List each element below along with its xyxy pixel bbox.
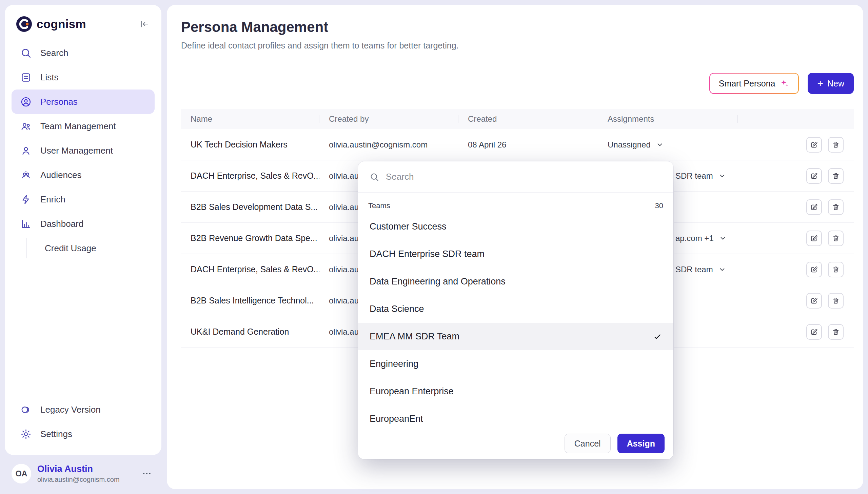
team-icon bbox=[20, 121, 32, 132]
assign-popover: Teams 30 Customer Success DACH Enterpris… bbox=[358, 162, 673, 459]
brand: cognism bbox=[16, 16, 86, 32]
persona-name: UK Tech Decision Makers bbox=[181, 140, 320, 150]
sidebar-item-label: Personas bbox=[40, 97, 78, 107]
assignment-dropdown[interactable]: Unassigned bbox=[598, 140, 738, 150]
teams-list: Customer Success DACH Enterprise SDR tea… bbox=[358, 213, 673, 433]
persona-name: B2B Sales Intelligence Technol... bbox=[181, 296, 320, 305]
cancel-button[interactable]: Cancel bbox=[564, 434, 611, 453]
sidebar-item-label: Credit Usage bbox=[45, 243, 96, 253]
assignment-label: SDR team bbox=[675, 171, 713, 181]
row-actions bbox=[738, 231, 854, 246]
sidebar-item-audiences[interactable]: Audiences bbox=[12, 163, 155, 187]
legacy-version-icon bbox=[20, 404, 32, 415]
brand-name: cognism bbox=[37, 17, 86, 31]
sparkles-icon bbox=[780, 79, 789, 88]
check-icon bbox=[653, 332, 662, 341]
team-option-label: Data Science bbox=[370, 304, 424, 314]
team-option-label: Customer Success bbox=[370, 222, 446, 232]
sidebar-item-legacy-version[interactable]: Legacy Version bbox=[12, 397, 155, 422]
lists-icon bbox=[20, 72, 32, 83]
sidebar-item-dashboard[interactable]: Dashboard bbox=[12, 212, 155, 236]
delete-button[interactable] bbox=[828, 200, 844, 215]
sidebar-item-label: Lists bbox=[40, 72, 58, 83]
sidebar-item-user-management[interactable]: User Management bbox=[12, 138, 155, 163]
sidebar-item-settings[interactable]: Settings bbox=[12, 422, 155, 446]
delete-button[interactable] bbox=[828, 262, 844, 277]
team-option[interactable]: Data Science bbox=[358, 295, 673, 323]
assignment-label: Unassigned bbox=[607, 140, 651, 150]
sidebar-item-label: Settings bbox=[40, 429, 72, 439]
persona-name: B2B Sales Development Data S... bbox=[181, 202, 320, 212]
team-search-input[interactable] bbox=[386, 172, 662, 182]
popover-footer: Cancel Assign bbox=[358, 428, 673, 459]
assign-button[interactable]: Assign bbox=[617, 434, 664, 453]
chevron-down-icon bbox=[719, 235, 727, 242]
row-actions bbox=[738, 168, 854, 184]
chevron-down-icon bbox=[656, 141, 663, 149]
team-option[interactable]: Engineering bbox=[358, 350, 673, 378]
sidebar-item-label: Search bbox=[40, 48, 68, 58]
assignment-label: SDR team bbox=[675, 265, 713, 274]
teams-count: 30 bbox=[655, 202, 663, 210]
popover-search-bar bbox=[358, 162, 673, 193]
smart-persona-label: Smart Persona bbox=[719, 79, 775, 89]
sidebar-item-lists[interactable]: Lists bbox=[12, 65, 155, 90]
user-menu-button[interactable] bbox=[139, 466, 155, 481]
cognism-logo-icon bbox=[16, 16, 32, 32]
sidebar-item-enrich[interactable]: Enrich bbox=[12, 187, 155, 212]
edit-button[interactable] bbox=[806, 137, 822, 153]
collapse-sidebar-button[interactable] bbox=[138, 17, 151, 31]
new-button-label: New bbox=[827, 79, 844, 89]
delete-button[interactable] bbox=[828, 137, 844, 153]
persona-name: B2B Revenue Growth Data Spe... bbox=[181, 233, 320, 243]
team-option-label: Data Engineering and Operations bbox=[370, 276, 505, 287]
edit-button[interactable] bbox=[806, 168, 822, 184]
created-date: 08 April 26 bbox=[458, 140, 598, 150]
row-actions bbox=[738, 137, 854, 153]
sidebar-item-personas[interactable]: Personas bbox=[12, 90, 155, 114]
avatar: OA bbox=[12, 464, 31, 483]
sidebar-bottom-nav: Legacy Version Settings bbox=[12, 397, 155, 446]
sidebar-item-label: Dashboard bbox=[40, 219, 83, 229]
delete-button[interactable] bbox=[828, 231, 844, 246]
edit-button[interactable] bbox=[806, 324, 822, 340]
assignment-label: ap.com +1 bbox=[675, 234, 714, 243]
column-header-created: Created bbox=[458, 109, 598, 129]
audiences-icon bbox=[20, 170, 32, 181]
sidebar-item-credit-usage[interactable]: Credit Usage bbox=[12, 236, 155, 260]
sidebar-item-label: Legacy Version bbox=[40, 404, 101, 415]
created-by: olivia.austin@cognism.com bbox=[320, 140, 458, 150]
group-divider bbox=[397, 206, 649, 206]
page-title: Persona Management bbox=[181, 19, 854, 35]
sidebar-item-label: Audiences bbox=[40, 170, 81, 180]
gear-icon bbox=[20, 429, 32, 440]
team-option[interactable]: European Enterprise bbox=[358, 378, 673, 405]
sidebar-item-label: User Management bbox=[40, 146, 113, 156]
personas-icon bbox=[20, 96, 32, 108]
new-button[interactable]: + New bbox=[808, 73, 854, 94]
smart-persona-button-border: Smart Persona bbox=[709, 73, 799, 94]
page-subtitle: Define ideal contact profiles and assign… bbox=[181, 41, 854, 51]
edit-button[interactable] bbox=[806, 231, 822, 246]
team-option[interactable]: Data Engineering and Operations bbox=[358, 268, 673, 295]
delete-button[interactable] bbox=[828, 293, 844, 308]
sidebar-item-team-management[interactable]: Team Management bbox=[12, 114, 155, 138]
team-option-selected[interactable]: EMEA MM SDR Team bbox=[358, 323, 673, 350]
team-option[interactable]: Customer Success bbox=[358, 213, 673, 241]
toolbar: Smart Persona + New bbox=[181, 73, 854, 94]
row-actions bbox=[738, 293, 854, 308]
delete-button[interactable] bbox=[828, 168, 844, 184]
search-icon bbox=[370, 172, 379, 182]
team-option-label: EMEA MM SDR Team bbox=[370, 331, 459, 342]
sidebar-item-search[interactable]: Search bbox=[12, 41, 155, 65]
enrich-bolt-icon bbox=[20, 194, 32, 205]
edit-button[interactable] bbox=[806, 262, 822, 277]
column-header-assignments: Assignments bbox=[598, 109, 738, 129]
user-area: OA Olivia Austin olivia.austin@cognism.c… bbox=[5, 458, 161, 490]
edit-button[interactable] bbox=[806, 200, 822, 215]
smart-persona-button[interactable]: Smart Persona bbox=[710, 74, 798, 93]
team-option-label: DACH Enterprise SDR team bbox=[370, 249, 484, 259]
edit-button[interactable] bbox=[806, 293, 822, 308]
delete-button[interactable] bbox=[828, 324, 844, 340]
team-option[interactable]: DACH Enterprise SDR team bbox=[358, 241, 673, 268]
